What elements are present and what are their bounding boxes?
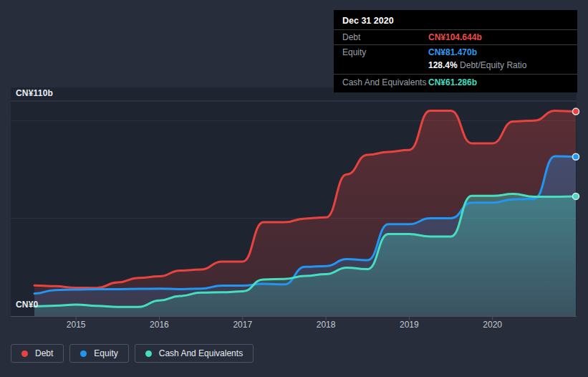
debt-equity-history-chart: CN¥110b CN¥0 201520162017201820192020 De…	[0, 0, 588, 377]
y-axis-label-max: CN¥110b	[16, 88, 53, 98]
cash-end-marker	[573, 193, 579, 199]
tooltip-debt-row: Debt CN¥104.644b	[334, 30, 577, 44]
legend-equity-button[interactable]: Equity	[69, 344, 128, 363]
x-axis-label-2015: 2015	[60, 320, 92, 330]
y-axis-label-zero: CN¥0	[16, 300, 38, 310]
chart-tooltip: Dec 31 2020 Debt CN¥104.644b Equity CN¥8…	[334, 10, 577, 92]
tooltip-debt-label: Debt	[342, 32, 428, 43]
tooltip-equity-label: Equity	[342, 47, 428, 58]
tooltip-cash-row: Cash And Equivalents CN¥61.286b	[334, 75, 577, 92]
legend-debt-button[interactable]: Debt	[11, 344, 64, 363]
debt-end-marker	[573, 108, 579, 115]
tooltip-ratio-label: Debt/Equity Ratio	[460, 60, 526, 70]
equity-end-marker	[573, 153, 579, 160]
chart-legend: Debt Equity Cash And Equivalents	[11, 344, 254, 363]
x-axis-label-2016: 2016	[143, 320, 175, 330]
tooltip-ratio-value: 128.4%	[428, 60, 458, 70]
x-axis-label-2018: 2018	[310, 320, 342, 330]
tooltip-debt-value: CN¥104.644b	[428, 32, 482, 43]
x-axis-label-2017: 2017	[227, 320, 259, 330]
tooltip-equity-value: CN¥81.470b	[428, 47, 477, 58]
tooltip-ratio-row: 128.4% Debt/Equity Ratio	[334, 59, 577, 74]
legend-equity-label: Equity	[94, 348, 117, 358]
tooltip-cash-label: Cash And Equivalents	[342, 77, 428, 88]
cash-dot-icon	[145, 350, 152, 357]
x-axis-label-2019: 2019	[393, 320, 425, 330]
tooltip-equity-row: Equity CN¥81.470b	[334, 45, 577, 59]
equity-dot-icon	[80, 350, 87, 357]
tooltip-cash-value: CN¥61.286b	[428, 77, 477, 88]
x-axis-label-2020: 2020	[477, 320, 509, 330]
legend-cash-label: Cash And Equivalents	[159, 348, 243, 358]
legend-debt-label: Debt	[35, 348, 53, 358]
tooltip-date: Dec 31 2020	[334, 10, 577, 29]
legend-cash-button[interactable]: Cash And Equivalents	[135, 344, 254, 363]
debt-dot-icon	[21, 350, 28, 357]
